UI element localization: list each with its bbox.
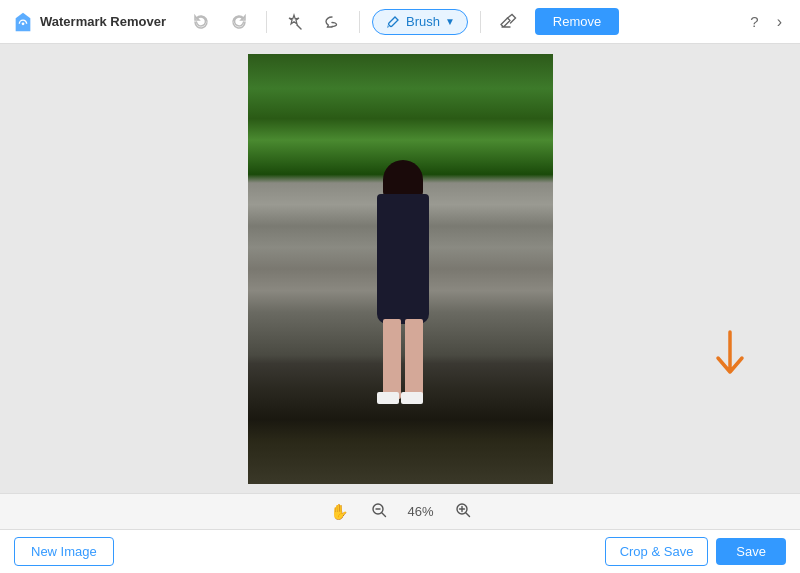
- help-icon: ?: [750, 13, 758, 30]
- arrow-indicator: [710, 330, 750, 383]
- person-leg-left: [383, 319, 401, 399]
- lasso-icon: [323, 13, 341, 31]
- person-leg-right: [405, 319, 423, 399]
- zoom-in-button[interactable]: [449, 500, 477, 523]
- toolbar: Watermark Remover Brush ▼: [0, 0, 800, 44]
- new-image-button[interactable]: New Image: [14, 537, 114, 566]
- toolbar-right: ? ›: [744, 9, 788, 35]
- logo-area: Watermark Remover: [12, 11, 166, 33]
- redo-button[interactable]: [224, 9, 254, 35]
- magic-icon: [285, 13, 303, 31]
- brush-button[interactable]: Brush ▼: [372, 9, 468, 35]
- undo-button[interactable]: [186, 9, 216, 35]
- remove-button[interactable]: Remove: [535, 8, 619, 35]
- redo-icon: [230, 13, 248, 31]
- person-silhouette: [355, 164, 455, 424]
- svg-line-1: [297, 25, 301, 29]
- magic-tool-button[interactable]: [279, 9, 309, 35]
- footer-right: Crop & Save Save: [605, 537, 786, 566]
- brush-icon: [385, 14, 401, 30]
- image-container: [248, 54, 553, 484]
- toolbar-divider-2: [359, 11, 360, 33]
- main-image[interactable]: [248, 54, 553, 484]
- hand-tool-button[interactable]: ✋: [324, 501, 355, 523]
- down-arrow-icon: [710, 330, 750, 378]
- zoom-level-display: 46%: [403, 504, 439, 519]
- footer-bar: New Image Crop & Save Save: [0, 529, 800, 573]
- svg-point-0: [22, 22, 25, 25]
- eraser-icon: [499, 13, 517, 31]
- undo-icon: [192, 13, 210, 31]
- logo-icon: [12, 11, 34, 33]
- save-button[interactable]: Save: [716, 538, 786, 565]
- canvas-area: [0, 44, 800, 493]
- svg-line-8: [466, 513, 470, 517]
- hand-icon: ✋: [330, 503, 349, 520]
- zoom-out-icon: [371, 502, 387, 518]
- help-button[interactable]: ?: [744, 9, 764, 34]
- close-icon: ›: [777, 13, 782, 31]
- brush-label: Brush: [406, 14, 440, 29]
- zoom-out-button[interactable]: [365, 500, 393, 523]
- status-bar: ✋ 46%: [0, 493, 800, 529]
- brush-chevron-icon: ▼: [445, 16, 455, 27]
- toolbar-divider-3: [480, 11, 481, 33]
- person-body: [377, 194, 429, 324]
- toolbar-divider-1: [266, 11, 267, 33]
- person-shoe-left: [377, 392, 399, 404]
- zoom-in-icon: [455, 502, 471, 518]
- person-shoe-right: [401, 392, 423, 404]
- eraser-tool-button[interactable]: [493, 9, 523, 35]
- crop-save-button[interactable]: Crop & Save: [605, 537, 709, 566]
- lasso-tool-button[interactable]: [317, 9, 347, 35]
- app-title: Watermark Remover: [40, 14, 166, 29]
- svg-line-4: [382, 513, 386, 517]
- close-button[interactable]: ›: [771, 9, 788, 35]
